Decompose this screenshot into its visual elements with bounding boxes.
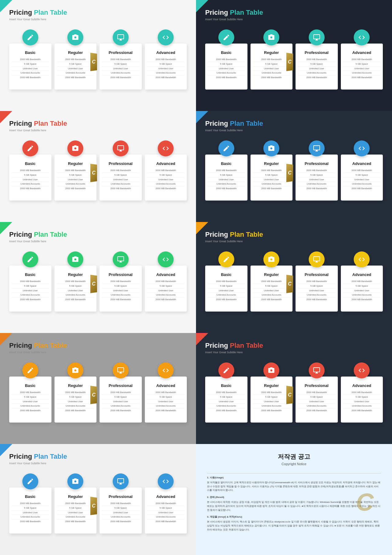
plan-feature-item: Unlimited Accounts [57, 404, 94, 408]
pricing-text: Pricing [9, 120, 32, 127]
plan-feature-item: 5 GB Space [253, 173, 290, 178]
slide-subtitle: Insert Your Great Subtitle Here [205, 18, 383, 21]
plan-feature-item: 2000 MB Bandwidth [253, 279, 290, 284]
camera-icon [67, 473, 83, 489]
slide-1: Pricing Plan TableInsert Your Great Subt… [0, 0, 196, 111]
plan-feature-item: Unlimited Accounts [57, 182, 94, 186]
plan-feature-item: 5 GB Space [298, 62, 335, 67]
plan-feature-item: 5 GB Space [12, 506, 49, 511]
plan-box: Advanced2000 MB Bandwidth5 GB SpaceUnlim… [341, 377, 383, 423]
plan-text: Plan Table [230, 342, 263, 349]
plan-card-professional: Professional2000 MB Bandwidth5 GB SpaceU… [296, 26, 338, 90]
code-icon [158, 362, 174, 378]
copyright-section: 1. 사용(Usage)본 저작물은 멀티미디어 교육 목적으로만 사용되어야 … [207, 476, 381, 492]
camera-icon [263, 29, 279, 45]
pencil-icon [218, 140, 234, 156]
plan-card-basic: Basic2000 MB Bandwidth5 GB SpaceUnlimite… [205, 248, 247, 312]
plan-feature-item: Unlimited Accounts [102, 182, 139, 186]
c-badge: C [90, 53, 97, 71]
plan-text: Plan Table [34, 231, 67, 238]
plan-name: Professional [305, 161, 329, 166]
plan-feature-item: 5 GB Space [12, 395, 49, 400]
plan-box: Basic2000 MB Bandwidth5 GB SpaceUnlimite… [205, 155, 247, 201]
plan-card-basic: Basic2000 MB Bandwidth5 GB SpaceUnlimite… [205, 26, 247, 90]
plan-feature-item: 2000 MB Bandwidth [343, 297, 381, 302]
plan-feature-item: 2000 MB Bandwidth [57, 297, 94, 302]
slide-title: Pricing Plan Table [9, 453, 187, 461]
plan-box: Professional2000 MB Bandwidth5 GB SpaceU… [100, 266, 142, 312]
plan-feature-item: 5 GB Space [298, 395, 335, 400]
plan-feature-item: Unlimited Accounts [208, 404, 245, 408]
plan-box: Advanced2000 MB Bandwidth5 GB SpaceUnlim… [145, 488, 187, 534]
plan-feature-item: 2000 MB Bandwidth [147, 57, 185, 62]
camera-icon [263, 251, 279, 267]
slide-subtitle: Insert Your Great Subtitle Here [205, 129, 383, 132]
plan-card-basic: Basic2000 MB Bandwidth5 GB SpaceUnlimite… [205, 359, 247, 423]
monitor-icon [113, 362, 129, 378]
plan-feature-item: 5 GB Space [208, 173, 245, 178]
plan-feature-item: 2000 MB Bandwidth [208, 390, 245, 395]
plan-feature-item: Unlimited User [343, 178, 381, 182]
c-badge: C [90, 497, 97, 515]
plan-box: Professional2000 MB Bandwidth5 GB SpaceU… [100, 44, 142, 90]
plan-features: 2000 MB Bandwidth5 GB SpaceUnlimited Use… [102, 279, 139, 302]
plan-features: 2000 MB Bandwidth5 GB SpaceUnlimited Use… [147, 168, 185, 191]
plan-feature-item: Unlimited User [208, 289, 245, 293]
plan-name: Advanced [352, 161, 371, 166]
plan-features: 2000 MB Bandwidth5 GB SpaceUnlimited Use… [147, 501, 185, 524]
plan-name: Reguler [68, 272, 83, 277]
plan-feature-item: Unlimited Accounts [253, 182, 290, 186]
plan-text: Plan Table [230, 9, 263, 16]
plan-feature-item: 2000 MB Bandwidth [12, 186, 49, 191]
pricing-text: Pricing [205, 231, 228, 238]
plan-feature-item: Unlimited User [102, 400, 139, 404]
plan-feature-item: Unlimited User [12, 67, 49, 71]
plan-feature-item: Unlimited Accounts [343, 182, 381, 186]
pricing-text: Pricing [205, 342, 228, 349]
plans-row: Basic2000 MB Bandwidth5 GB SpaceUnlimite… [205, 137, 383, 201]
plan-feature-item: 2000 MB Bandwidth [253, 390, 290, 395]
plan-card-basic: Basic2000 MB Bandwidth5 GB SpaceUnlimite… [205, 137, 247, 201]
plan-feature-item: Unlimited User [12, 289, 49, 293]
plan-feature-item: Unlimited User [147, 400, 185, 404]
plan-feature-item: 2000 MB Bandwidth [102, 297, 139, 302]
plan-box: Reguler2000 MB Bandwidth5 GB SpaceUnlimi… [251, 155, 293, 201]
plan-feature-item: Unlimited User [253, 67, 290, 71]
plan-feature-item: 2000 MB Bandwidth [253, 297, 290, 302]
monitor-icon [309, 362, 325, 378]
plan-feature-item: 2000 MB Bandwidth [253, 168, 290, 173]
plan-feature-item: 5 GB Space [208, 62, 245, 67]
plans-row: Basic2000 MB Bandwidth5 GB SpaceUnlimite… [205, 26, 383, 90]
plan-features: 2000 MB Bandwidth5 GB SpaceUnlimited Use… [57, 57, 94, 80]
plan-feature-item: 5 GB Space [102, 506, 139, 511]
plan-feature-item: 5 GB Space [298, 173, 335, 178]
plan-name: Professional [305, 50, 329, 55]
plan-feature-item: Unlimited User [12, 400, 49, 404]
plan-feature-item: Unlimited Accounts [102, 293, 139, 297]
plan-feature-item: 5 GB Space [208, 395, 245, 400]
plan-feature-item: 2000 MB Bandwidth [343, 279, 381, 284]
monitor-icon [113, 29, 129, 45]
plan-features: 2000 MB Bandwidth5 GB SpaceUnlimited Use… [12, 501, 49, 524]
plan-features: 2000 MB Bandwidth5 GB SpaceUnlimited Use… [102, 501, 139, 524]
camera-icon [263, 140, 279, 156]
plan-feature-item: 2000 MB Bandwidth [12, 519, 49, 524]
slide-subtitle: Insert Your Great Subtitle here [9, 462, 187, 465]
plan-feature-item: 5 GB Space [147, 173, 185, 178]
plan-features: 2000 MB Bandwidth5 GB SpaceUnlimited Use… [102, 390, 139, 413]
plan-box: Reguler2000 MB Bandwidth5 GB SpaceUnlimi… [55, 44, 97, 90]
plan-feature-item: Unlimited User [147, 289, 185, 293]
plans-row: Basic2000 MB Bandwidth5 GB SpaceUnlimite… [9, 137, 187, 201]
plan-feature-item: 5 GB Space [57, 395, 94, 400]
plan-features: 2000 MB Bandwidth5 GB SpaceUnlimited Use… [253, 390, 290, 413]
plan-features: 2000 MB Bandwidth5 GB SpaceUnlimited Use… [253, 57, 290, 80]
plan-feature-item: Unlimited Accounts [298, 182, 335, 186]
plan-feature-item: 2000 MB Bandwidth [12, 75, 49, 80]
pricing-text: Pricing [9, 9, 32, 16]
slide-2: Pricing Plan TableInsert Your Great Subt… [196, 0, 392, 111]
plan-feature-item: Unlimited User [12, 178, 49, 182]
plan-feature-item: 2000 MB Bandwidth [147, 519, 185, 524]
plan-box: Reguler2000 MB Bandwidth5 GB SpaceUnlimi… [251, 44, 293, 90]
plan-feature-item: Unlimited User [57, 67, 94, 71]
plan-name: Basic [221, 50, 232, 55]
